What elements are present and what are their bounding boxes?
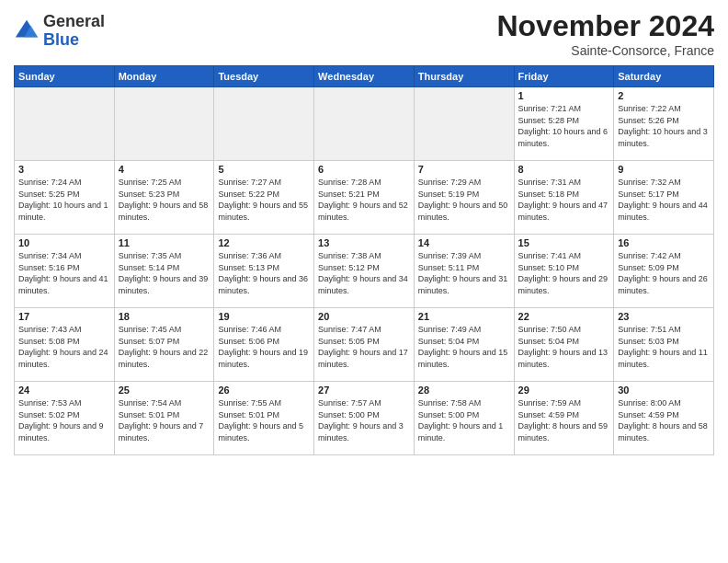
header: General Blue November 2024 Sainte-Consor…	[14, 9, 714, 58]
calendar-cell: 27Sunrise: 7:57 AM Sunset: 5:00 PM Dayli…	[314, 382, 415, 455]
calendar-week-4: 17Sunrise: 7:43 AM Sunset: 5:08 PM Dayli…	[15, 308, 714, 382]
day-info: Sunrise: 7:51 AM Sunset: 5:03 PM Dayligh…	[618, 324, 710, 370]
calendar-cell: 25Sunrise: 7:54 AM Sunset: 5:01 PM Dayli…	[114, 382, 214, 455]
calendar-cell: 9Sunrise: 7:32 AM Sunset: 5:17 PM Daylig…	[614, 161, 714, 235]
day-info: Sunrise: 7:53 AM Sunset: 5:02 PM Dayligh…	[18, 397, 110, 443]
day-number: 30	[618, 385, 710, 396]
day-info: Sunrise: 7:55 AM Sunset: 5:01 PM Dayligh…	[218, 397, 310, 443]
day-number: 12	[218, 237, 310, 248]
day-info: Sunrise: 7:57 AM Sunset: 5:00 PM Dayligh…	[318, 397, 410, 443]
day-info: Sunrise: 7:35 AM Sunset: 5:14 PM Dayligh…	[119, 250, 210, 296]
day-info: Sunrise: 7:34 AM Sunset: 5:16 PM Dayligh…	[18, 250, 110, 296]
day-number: 16	[618, 237, 710, 248]
day-number: 20	[318, 311, 410, 322]
calendar-cell: 29Sunrise: 7:59 AM Sunset: 4:59 PM Dayli…	[514, 382, 614, 455]
calendar-cell	[15, 87, 115, 161]
calendar-cell: 11Sunrise: 7:35 AM Sunset: 5:14 PM Dayli…	[114, 235, 214, 308]
day-number: 18	[119, 311, 210, 322]
calendar-cell: 3Sunrise: 7:24 AM Sunset: 5:25 PM Daylig…	[15, 161, 115, 235]
col-sunday: Sunday	[15, 66, 115, 87]
day-info: Sunrise: 7:42 AM Sunset: 5:09 PM Dayligh…	[618, 250, 710, 296]
day-info: Sunrise: 7:24 AM Sunset: 5:25 PM Dayligh…	[18, 177, 110, 223]
day-info: Sunrise: 7:28 AM Sunset: 5:21 PM Dayligh…	[318, 177, 410, 223]
day-number: 6	[318, 164, 410, 175]
day-info: Sunrise: 7:29 AM Sunset: 5:19 PM Dayligh…	[418, 177, 510, 223]
logo-blue-text: Blue	[43, 30, 79, 49]
day-info: Sunrise: 7:47 AM Sunset: 5:05 PM Dayligh…	[318, 324, 410, 370]
calendar-week-1: 1Sunrise: 7:21 AM Sunset: 5:28 PM Daylig…	[15, 87, 714, 161]
location: Sainte-Consorce, France	[496, 43, 714, 58]
calendar-cell: 24Sunrise: 7:53 AM Sunset: 5:02 PM Dayli…	[15, 382, 115, 455]
calendar-cell: 2Sunrise: 7:22 AM Sunset: 5:26 PM Daylig…	[614, 87, 714, 161]
month-title: November 2024	[496, 9, 714, 43]
day-number: 29	[518, 385, 610, 396]
calendar-cell: 10Sunrise: 7:34 AM Sunset: 5:16 PM Dayli…	[15, 235, 115, 308]
header-row: Sunday Monday Tuesday Wednesday Thursday…	[15, 66, 714, 87]
day-info: Sunrise: 7:31 AM Sunset: 5:18 PM Dayligh…	[518, 177, 610, 223]
col-saturday: Saturday	[614, 66, 714, 87]
day-number: 28	[418, 385, 510, 396]
day-number: 8	[518, 164, 610, 175]
calendar-cell: 30Sunrise: 8:00 AM Sunset: 4:59 PM Dayli…	[614, 382, 714, 455]
calendar-cell: 7Sunrise: 7:29 AM Sunset: 5:19 PM Daylig…	[414, 161, 514, 235]
day-info: Sunrise: 7:41 AM Sunset: 5:10 PM Dayligh…	[518, 250, 610, 296]
logo: General Blue	[14, 13, 105, 50]
day-number: 5	[218, 164, 310, 175]
day-info: Sunrise: 7:32 AM Sunset: 5:17 PM Dayligh…	[618, 177, 710, 223]
calendar-cell: 16Sunrise: 7:42 AM Sunset: 5:09 PM Dayli…	[614, 235, 714, 308]
day-number: 14	[418, 237, 510, 248]
day-number: 2	[618, 90, 710, 101]
day-number: 23	[618, 311, 710, 322]
calendar-cell: 17Sunrise: 7:43 AM Sunset: 5:08 PM Dayli…	[15, 308, 115, 382]
day-number: 7	[418, 164, 510, 175]
day-number: 4	[119, 164, 210, 175]
calendar-cell: 26Sunrise: 7:55 AM Sunset: 5:01 PM Dayli…	[214, 382, 314, 455]
calendar-cell: 23Sunrise: 7:51 AM Sunset: 5:03 PM Dayli…	[614, 308, 714, 382]
calendar-cell: 1Sunrise: 7:21 AM Sunset: 5:28 PM Daylig…	[514, 87, 614, 161]
col-tuesday: Tuesday	[214, 66, 314, 87]
day-info: Sunrise: 7:25 AM Sunset: 5:23 PM Dayligh…	[119, 177, 210, 223]
day-info: Sunrise: 7:36 AM Sunset: 5:13 PM Dayligh…	[218, 250, 310, 296]
day-number: 3	[18, 164, 110, 175]
calendar-cell: 21Sunrise: 7:49 AM Sunset: 5:04 PM Dayli…	[414, 308, 514, 382]
day-info: Sunrise: 7:39 AM Sunset: 5:11 PM Dayligh…	[418, 250, 510, 296]
day-info: Sunrise: 7:58 AM Sunset: 5:00 PM Dayligh…	[418, 397, 510, 443]
title-area: November 2024 Sainte-Consorce, France	[496, 9, 714, 58]
col-thursday: Thursday	[414, 66, 514, 87]
day-info: Sunrise: 7:50 AM Sunset: 5:04 PM Dayligh…	[518, 324, 610, 370]
calendar-cell	[214, 87, 314, 161]
calendar-week-2: 3Sunrise: 7:24 AM Sunset: 5:25 PM Daylig…	[15, 161, 714, 235]
day-number: 17	[18, 311, 110, 322]
day-number: 24	[18, 385, 110, 396]
calendar-week-3: 10Sunrise: 7:34 AM Sunset: 5:16 PM Dayli…	[15, 235, 714, 308]
calendar-cell: 20Sunrise: 7:47 AM Sunset: 5:05 PM Dayli…	[314, 308, 415, 382]
calendar-table: Sunday Monday Tuesday Wednesday Thursday…	[14, 65, 714, 455]
logo-general-text: General	[43, 12, 105, 30]
col-friday: Friday	[514, 66, 614, 87]
day-number: 1	[518, 90, 610, 101]
calendar-cell: 8Sunrise: 7:31 AM Sunset: 5:18 PM Daylig…	[514, 161, 614, 235]
day-number: 22	[518, 311, 610, 322]
calendar-cell: 5Sunrise: 7:27 AM Sunset: 5:22 PM Daylig…	[214, 161, 314, 235]
calendar-week-5: 24Sunrise: 7:53 AM Sunset: 5:02 PM Dayli…	[15, 382, 714, 455]
day-number: 11	[119, 237, 210, 248]
calendar-cell	[114, 87, 214, 161]
calendar-cell: 28Sunrise: 7:58 AM Sunset: 5:00 PM Dayli…	[414, 382, 514, 455]
calendar-cell: 14Sunrise: 7:39 AM Sunset: 5:11 PM Dayli…	[414, 235, 514, 308]
calendar-cell: 6Sunrise: 7:28 AM Sunset: 5:21 PM Daylig…	[314, 161, 415, 235]
day-info: Sunrise: 7:38 AM Sunset: 5:12 PM Dayligh…	[318, 250, 410, 296]
calendar-cell: 13Sunrise: 7:38 AM Sunset: 5:12 PM Dayli…	[314, 235, 415, 308]
day-info: Sunrise: 7:46 AM Sunset: 5:06 PM Dayligh…	[218, 324, 310, 370]
day-number: 26	[218, 385, 310, 396]
day-info: Sunrise: 7:49 AM Sunset: 5:04 PM Dayligh…	[418, 324, 510, 370]
calendar-cell: 22Sunrise: 7:50 AM Sunset: 5:04 PM Dayli…	[514, 308, 614, 382]
day-number: 27	[318, 385, 410, 396]
calendar-cell: 18Sunrise: 7:45 AM Sunset: 5:07 PM Dayli…	[114, 308, 214, 382]
calendar-cell: 4Sunrise: 7:25 AM Sunset: 5:23 PM Daylig…	[114, 161, 214, 235]
calendar-cell	[414, 87, 514, 161]
day-number: 15	[518, 237, 610, 248]
day-number: 9	[618, 164, 710, 175]
logo-icon	[14, 18, 40, 44]
day-info: Sunrise: 8:00 AM Sunset: 4:59 PM Dayligh…	[618, 397, 710, 443]
day-number: 25	[119, 385, 210, 396]
